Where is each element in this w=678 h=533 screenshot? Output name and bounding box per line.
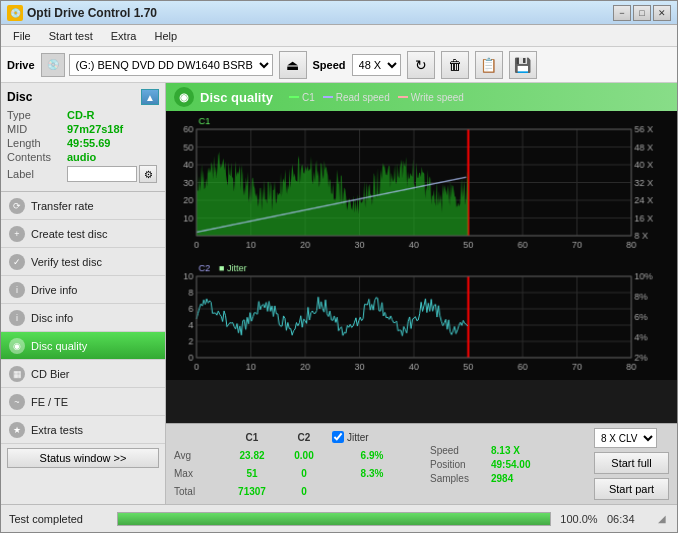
sidebar-item-create-test-disc[interactable]: + Create test disc: [1, 220, 165, 248]
refresh-button[interactable]: ↻: [407, 51, 435, 79]
eject-button[interactable]: ⏏: [279, 51, 307, 79]
sidebar-item-extra-tests[interactable]: ★ Extra tests: [1, 416, 165, 444]
disc-label-input[interactable]: [67, 166, 137, 182]
disc-info-panel: Disc ▲ Type CD-R MID 97m27s18f Length 49…: [1, 83, 165, 192]
drive-label: Drive: [7, 59, 35, 71]
cd-bier-icon: ▦: [9, 366, 25, 382]
c1-avg-value: 23.82: [228, 450, 276, 461]
start-full-button[interactable]: Start full: [594, 452, 669, 474]
drive-info-icon: i: [9, 282, 25, 298]
sidebar-label-create-test-disc: Create test disc: [31, 228, 107, 240]
position-label: Position: [430, 459, 485, 470]
verify-test-disc-icon: ✓: [9, 254, 25, 270]
window-title: Opti Drive Control 1.70: [27, 6, 157, 20]
progress-percentage: 100.0%: [559, 513, 599, 525]
disc-mid-label: MID: [7, 123, 67, 135]
drive-select-group: 💿 (G:) BENQ DVD DD DW1640 BSRB: [41, 53, 273, 77]
c2-total-value: 0: [280, 486, 328, 497]
clv-speed-select[interactable]: 8 X CLV: [594, 428, 657, 448]
disc-type-value: CD-R: [67, 109, 95, 121]
drive-dropdown[interactable]: (G:) BENQ DVD DD DW1640 BSRB: [69, 54, 273, 76]
sidebar-label-verify-test-disc: Verify test disc: [31, 256, 102, 268]
sidebar-label-extra-tests: Extra tests: [31, 424, 83, 436]
extra-tests-icon: ★: [9, 422, 25, 438]
toolbar: Drive 💿 (G:) BENQ DVD DD DW1640 BSRB ⏏ S…: [1, 47, 677, 83]
disc-length-label: Length: [7, 137, 67, 149]
maximize-button[interactable]: □: [633, 5, 651, 21]
erase-button[interactable]: 🗑: [441, 51, 469, 79]
chart-legend: C1 Read speed Write speed: [289, 92, 464, 103]
jitter-max-value: 8.3%: [332, 468, 412, 479]
right-panel: ◉ Disc quality C1 Read speed Write speed: [166, 83, 677, 504]
close-button[interactable]: ✕: [653, 5, 671, 21]
disc-mid-value: 97m27s18f: [67, 123, 123, 135]
menu-bar: File Start test Extra Help: [1, 25, 677, 47]
legend-read-speed: Read speed: [336, 92, 390, 103]
sidebar-label-cd-bier: CD Bier: [31, 368, 70, 380]
create-test-disc-icon: +: [9, 226, 25, 242]
samples-label: Samples: [430, 473, 485, 484]
time-display: 06:34: [607, 513, 647, 525]
c2-chart: [166, 258, 677, 380]
status-text: Test completed: [9, 513, 109, 525]
progress-bar: [117, 512, 551, 526]
sidebar-item-disc-quality[interactable]: ◉ Disc quality: [1, 332, 165, 360]
c1-max-value: 51: [228, 468, 276, 479]
minimize-button[interactable]: −: [613, 5, 631, 21]
sidebar-label-disc-quality: Disc quality: [31, 340, 87, 352]
disc-type-label: Type: [7, 109, 67, 121]
legend-write-speed: Write speed: [411, 92, 464, 103]
sidebar-label-drive-info: Drive info: [31, 284, 77, 296]
app-icon: 💿: [7, 5, 23, 21]
menu-extra[interactable]: Extra: [103, 28, 145, 44]
c2-max-value: 0: [280, 468, 328, 479]
drive-icon: 💿: [41, 53, 65, 77]
disc-quality-header-icon: ◉: [174, 87, 194, 107]
speed-dropdown[interactable]: 48 X: [352, 54, 401, 76]
jitter-avg-value: 6.9%: [332, 450, 412, 461]
speed-label: Speed: [313, 59, 346, 71]
samples-value: 2984: [491, 473, 513, 484]
speed-info-label: Speed: [430, 445, 485, 456]
status-window-button[interactable]: Status window >>: [7, 448, 159, 468]
nav-items: ⟳ Transfer rate + Create test disc ✓ Ver…: [1, 192, 165, 444]
jitter-checkbox[interactable]: [332, 431, 344, 443]
total-row-label: Total: [174, 486, 224, 497]
stats-bar: C1 C2 Jitter Avg 23.82 0.00 6.9%: [166, 423, 677, 504]
sidebar-item-fe-te[interactable]: ~ FE / TE: [1, 388, 165, 416]
charts-area: [166, 111, 677, 423]
sidebar-item-cd-bier[interactable]: ▦ CD Bier: [1, 360, 165, 388]
sidebar-item-verify-test-disc[interactable]: ✓ Verify test disc: [1, 248, 165, 276]
resize-corner: ◢: [655, 512, 669, 526]
disc-quality-title: Disc quality: [200, 90, 273, 105]
transfer-rate-icon: ⟳: [9, 198, 25, 214]
save-button[interactable]: 💾: [509, 51, 537, 79]
sidebar-item-transfer-rate[interactable]: ⟳ Transfer rate: [1, 192, 165, 220]
c2-column-header: C2: [280, 432, 328, 443]
title-bar: 💿 Opti Drive Control 1.70 − □ ✕: [1, 1, 677, 25]
main-content: Disc ▲ Type CD-R MID 97m27s18f Length 49…: [1, 83, 677, 504]
jitter-column-header: Jitter: [347, 432, 369, 443]
sidebar-item-disc-info[interactable]: i Disc info: [1, 304, 165, 332]
disc-label-label: Label: [7, 168, 67, 180]
c1-chart: [166, 111, 677, 258]
legend-c1: C1: [302, 92, 315, 103]
disc-info-icon: i: [9, 310, 25, 326]
menu-start-test[interactable]: Start test: [41, 28, 101, 44]
action-buttons: 8 X CLV Start full Start part: [594, 428, 669, 500]
copy-button[interactable]: 📋: [475, 51, 503, 79]
c1-column-header: C1: [228, 432, 276, 443]
menu-help[interactable]: Help: [146, 28, 185, 44]
menu-file[interactable]: File: [5, 28, 39, 44]
start-part-button[interactable]: Start part: [594, 478, 669, 500]
disc-label-button[interactable]: ⚙: [139, 165, 157, 183]
avg-row-label: Avg: [174, 450, 224, 461]
sidebar-label-transfer-rate: Transfer rate: [31, 200, 94, 212]
disc-toggle-button[interactable]: ▲: [141, 89, 159, 105]
disc-quality-icon: ◉: [9, 338, 25, 354]
disc-length-value: 49:55.69: [67, 137, 110, 149]
sidebar-item-drive-info[interactable]: i Drive info: [1, 276, 165, 304]
bottom-bar: Test completed 100.0% 06:34 ◢: [1, 504, 677, 532]
max-row-label: Max: [174, 468, 224, 479]
disc-contents-value: audio: [67, 151, 96, 163]
